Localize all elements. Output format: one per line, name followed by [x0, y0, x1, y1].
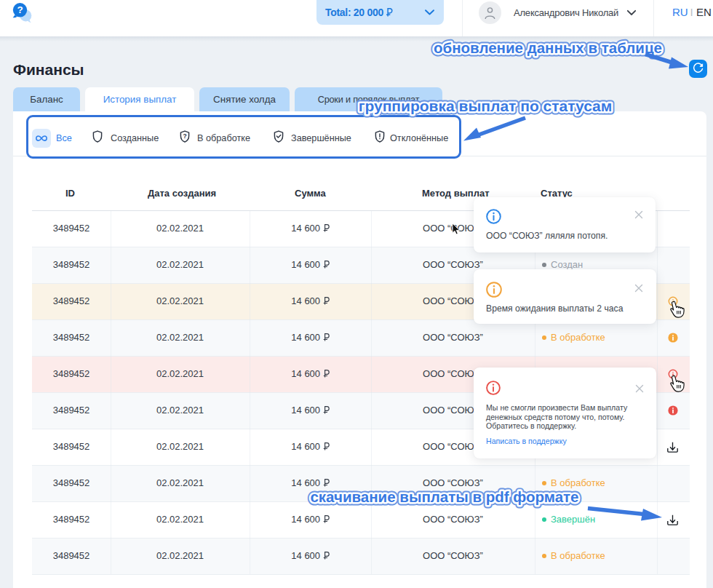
svg-text:?: ?	[17, 4, 23, 15]
svg-text:обновление данных в таблице: обновление данных в таблице	[434, 39, 662, 56]
svg-text:?: ?	[183, 132, 186, 140]
svg-text:группировка выплат по статусам: группировка выплат по статусам	[359, 98, 613, 114]
svg-text:скачивание выплаты в pdf форма: скачивание выплаты в pdf формате	[310, 488, 578, 505]
